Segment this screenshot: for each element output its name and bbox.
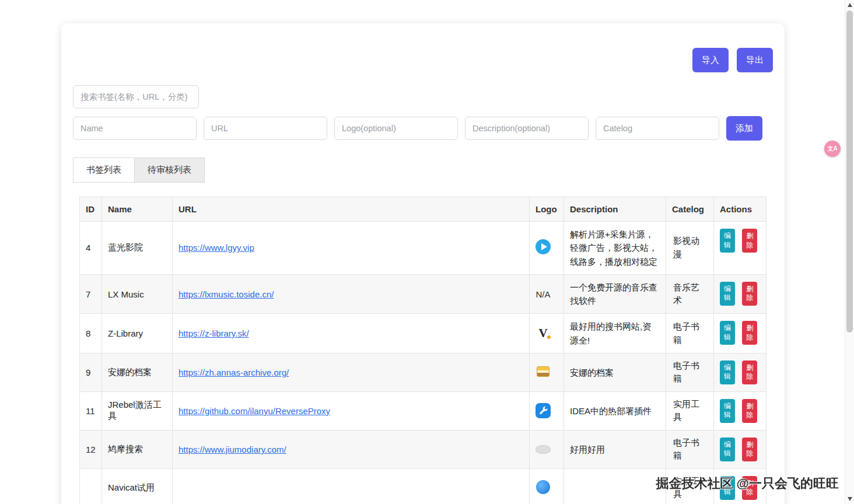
cell-url: https://zh.annas-archive.org/: [173, 353, 530, 391]
search-row: [73, 85, 773, 108]
table-row: 12 鸠摩搜索 https://www.jiumodiary.com/ 好用好用…: [80, 430, 766, 468]
bookmark-link[interactable]: https://lxmusic.toside.cn/: [178, 289, 274, 299]
logo: [536, 239, 551, 254]
zlibrary-icon: V: [538, 327, 547, 340]
cell-name: 蓝光影院: [102, 222, 173, 275]
table-row: 9 安娜的档案 https://zh.annas-archive.org/ 安娜…: [80, 353, 766, 391]
scrollbar-up-arrow-icon[interactable]: [848, 3, 852, 7]
bookmark-link[interactable]: https://zh.annas-archive.org/: [178, 368, 289, 377]
logo: [536, 366, 551, 377]
cell-actions: 编辑 删除: [714, 353, 766, 391]
delete-button[interactable]: 删除: [742, 282, 757, 306]
add-button[interactable]: 添加: [726, 116, 762, 141]
bookmark-manager-panel: 导入 导出 添加 书签列表 待审核列表 ID Name URL Logo Des…: [61, 23, 785, 504]
cell-id: 8: [80, 314, 102, 354]
cell-description: 安娜的档案: [564, 353, 666, 391]
cell-actions: 编辑 删除: [714, 314, 766, 354]
cell-description: IDEA中的热部署插件: [564, 391, 666, 430]
scrollbar-down-arrow-icon[interactable]: [848, 497, 852, 501]
logo: [536, 443, 551, 455]
cell-url: https://z-library.sk/: [173, 314, 530, 354]
annas-archive-icon: [537, 366, 550, 377]
delete-button[interactable]: 删除: [742, 360, 757, 384]
export-button[interactable]: 导出: [737, 48, 773, 72]
tab-bookmark-list[interactable]: 书签列表: [73, 158, 135, 183]
table-row: 8 Z-Library https://z-library.sk/ V 最好用的…: [80, 314, 766, 354]
cell-description: 解析片源+采集片源，轻微广告，影视大站，线路多，播放相对稳定: [564, 222, 666, 275]
add-bookmark-form: 添加: [73, 116, 773, 141]
cell-description: [564, 468, 666, 504]
header-catelog: Catelog: [666, 197, 714, 222]
cell-id: 4: [80, 222, 102, 275]
edit-button[interactable]: 编辑: [720, 321, 735, 345]
play-icon: [536, 239, 551, 254]
cell-logo: [530, 391, 564, 430]
header-logo: Logo: [530, 197, 564, 222]
bookmark-link[interactable]: https://github.com/ilanyu/ReverseProxy: [178, 406, 330, 416]
cell-logo: V: [530, 314, 564, 354]
logo: [536, 480, 551, 494]
cell-name: Navicat试用: [102, 468, 173, 504]
cell-name: 鸠摩搜索: [102, 430, 173, 468]
cell-actions: 编辑 删除: [714, 222, 766, 275]
edit-button[interactable]: 编辑: [720, 360, 735, 384]
toolbar: 导入 导出: [73, 23, 773, 72]
search-input[interactable]: [73, 85, 199, 108]
cell-description: 一个免费开源的音乐查找软件: [564, 274, 666, 314]
cell-logo: [530, 353, 564, 391]
header-description: Description: [564, 197, 666, 222]
cell-actions: 编辑 删除: [714, 391, 766, 430]
delete-button[interactable]: 删除: [742, 399, 757, 423]
logo: V: [536, 327, 551, 340]
header-url: URL: [173, 197, 530, 222]
header-actions: Actions: [714, 197, 766, 222]
import-button[interactable]: 导入: [692, 48, 729, 72]
cell-actions: 编辑 删除: [714, 430, 766, 468]
page-scrollbar[interactable]: [845, 0, 854, 504]
logo-field[interactable]: [334, 117, 458, 140]
cell-id: 12: [80, 430, 102, 468]
scrollbar-thumb[interactable]: [846, 10, 853, 332]
bookmark-link[interactable]: https://z-library.sk/: [178, 328, 249, 338]
edit-button[interactable]: 编辑: [720, 282, 735, 306]
tab-pending-list[interactable]: 待审核列表: [134, 158, 205, 183]
logo: [536, 403, 551, 418]
cell-name: JRebel激活工具: [102, 391, 173, 430]
edit-button[interactable]: 编辑: [720, 438, 735, 461]
cell-catelog: 电子书籍: [666, 314, 714, 354]
cell-name: LX Music: [102, 274, 173, 314]
cell-catelog: 影视动漫: [666, 222, 714, 275]
edit-button[interactable]: 编辑: [720, 399, 735, 423]
delete-button[interactable]: 删除: [742, 321, 757, 345]
cell-catelog: 音乐艺术: [666, 274, 714, 314]
bookmark-link[interactable]: https://www.jiumodiary.com/: [178, 444, 286, 454]
cell-url: https://www.lgyy.vip: [173, 222, 530, 275]
cell-actions: 编辑 删除: [714, 468, 766, 504]
table-row: 4 蓝光影院 https://www.lgyy.vip 解析片源+采集片源，轻微…: [80, 222, 766, 275]
translate-float-button[interactable]: 文A: [824, 141, 841, 157]
cell-logo: [530, 222, 564, 275]
table-header: ID Name URL Logo Description Catelog Act…: [80, 197, 766, 222]
delete-button[interactable]: 删除: [742, 438, 757, 461]
name-field[interactable]: [73, 117, 197, 140]
cell-id: 11: [80, 391, 102, 430]
table-row: 7 LX Music https://lxmusic.toside.cn/ N/…: [80, 274, 766, 314]
header-name: Name: [102, 197, 173, 222]
cell-id: [80, 468, 102, 504]
description-field[interactable]: [465, 117, 589, 140]
edit-button[interactable]: 编辑: [720, 476, 735, 500]
cell-logo: [530, 468, 564, 504]
cell-catelog: 实用工具: [666, 468, 714, 504]
tab-bar: 书签列表 待审核列表: [73, 158, 773, 183]
delete-button[interactable]: 删除: [742, 229, 757, 253]
cell-logo: [530, 430, 564, 468]
bookmark-table-body: 4 蓝光影院 https://www.lgyy.vip 解析片源+采集片源，轻微…: [80, 222, 766, 504]
wrench-icon: [536, 403, 551, 418]
edit-button[interactable]: 编辑: [720, 229, 735, 253]
cell-url: https://github.com/ilanyu/ReverseProxy: [173, 391, 530, 430]
bookmark-link[interactable]: https://www.lgyy.vip: [178, 243, 254, 253]
url-field[interactable]: [204, 117, 327, 140]
catelog-field[interactable]: [596, 117, 719, 140]
cell-url: https://lxmusic.toside.cn/: [173, 274, 530, 314]
delete-button[interactable]: 删除: [742, 476, 757, 500]
